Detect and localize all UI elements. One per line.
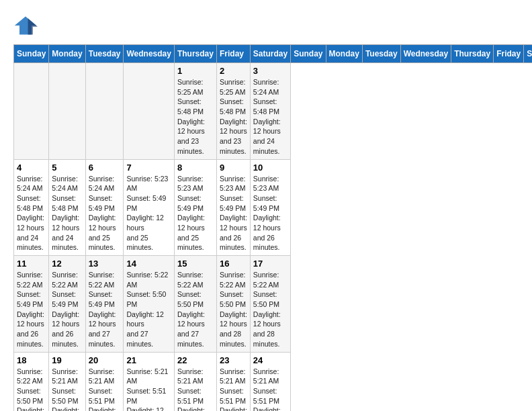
calendar-cell: 5Sunrise: 5:24 AM Sunset: 5:48 PM Daylig…: [49, 159, 85, 256]
calendar-cell: 15Sunrise: 5:22 AM Sunset: 5:50 PM Dayli…: [174, 256, 216, 353]
calendar-cell: 14Sunrise: 5:22 AM Sunset: 5:50 PM Dayli…: [124, 256, 174, 353]
day-number: 13: [89, 259, 121, 269]
day-info: Sunrise: 5:25 AM Sunset: 5:48 PM Dayligh…: [220, 77, 247, 156]
day-info: Sunrise: 5:22 AM Sunset: 5:50 PM Dayligh…: [177, 270, 214, 349]
calendar-cell: 22Sunrise: 5:21 AM Sunset: 5:51 PM Dayli…: [174, 352, 216, 411]
day-info: Sunrise: 5:24 AM Sunset: 5:48 PM Dayligh…: [17, 174, 46, 253]
header-thursday: Thursday: [451, 45, 494, 63]
header-monday: Monday: [49, 45, 85, 63]
day-number: 17: [253, 259, 287, 269]
day-info: Sunrise: 5:22 AM Sunset: 5:50 PM Dayligh…: [126, 270, 171, 349]
day-number: 22: [177, 355, 214, 365]
header-monday: Monday: [326, 45, 362, 63]
header-sunday: Sunday: [14, 45, 49, 63]
calendar-cell: 6Sunrise: 5:24 AM Sunset: 5:49 PM Daylig…: [85, 159, 124, 256]
calendar-cell: [85, 63, 124, 160]
calendar-cell: 18Sunrise: 5:22 AM Sunset: 5:50 PM Dayli…: [14, 352, 49, 411]
day-number: 3: [253, 66, 287, 76]
calendar-cell: 7Sunrise: 5:23 AM Sunset: 5:49 PM Daylig…: [124, 159, 174, 256]
header-friday: Friday: [494, 45, 524, 63]
day-info: Sunrise: 5:22 AM Sunset: 5:50 PM Dayligh…: [253, 270, 287, 349]
day-info: Sunrise: 5:21 AM Sunset: 5:51 PM Dayligh…: [89, 367, 121, 412]
calendar-cell: 13Sunrise: 5:22 AM Sunset: 5:49 PM Dayli…: [85, 256, 124, 353]
calendar-table: SundayMondayTuesdayWednesdayThursdayFrid…: [13, 44, 532, 411]
header-wednesday: Wednesday: [400, 45, 451, 63]
day-number: 2: [220, 66, 247, 76]
day-info: Sunrise: 5:23 AM Sunset: 5:49 PM Dayligh…: [126, 174, 171, 253]
day-info: Sunrise: 5:24 AM Sunset: 5:49 PM Dayligh…: [89, 174, 121, 253]
day-info: Sunrise: 5:24 AM Sunset: 5:48 PM Dayligh…: [253, 77, 287, 156]
calendar-cell: 11Sunrise: 5:22 AM Sunset: 5:49 PM Dayli…: [14, 256, 49, 353]
day-number: 5: [52, 163, 82, 173]
day-info: Sunrise: 5:21 AM Sunset: 5:51 PM Dayligh…: [126, 367, 171, 412]
day-number: 14: [126, 259, 171, 269]
day-number: 1: [177, 66, 214, 76]
day-info: Sunrise: 5:22 AM Sunset: 5:49 PM Dayligh…: [52, 270, 82, 349]
day-number: 11: [17, 259, 46, 269]
day-number: 9: [220, 163, 247, 173]
header-friday: Friday: [216, 45, 250, 63]
calendar-week-4: 18Sunrise: 5:22 AM Sunset: 5:50 PM Dayli…: [14, 352, 533, 411]
calendar-cell: 1Sunrise: 5:25 AM Sunset: 5:48 PM Daylig…: [174, 63, 216, 160]
day-number: 16: [220, 259, 247, 269]
day-info: Sunrise: 5:21 AM Sunset: 5:51 PM Dayligh…: [253, 367, 287, 412]
day-number: 6: [89, 163, 121, 173]
day-number: 19: [52, 355, 82, 365]
header-thursday: Thursday: [174, 45, 216, 63]
day-number: 21: [126, 355, 171, 365]
day-number: 12: [52, 259, 82, 269]
day-info: Sunrise: 5:25 AM Sunset: 5:48 PM Dayligh…: [177, 77, 214, 156]
calendar-cell: 4Sunrise: 5:24 AM Sunset: 5:48 PM Daylig…: [14, 159, 49, 256]
calendar-cell: 23Sunrise: 5:21 AM Sunset: 5:51 PM Dayli…: [216, 352, 250, 411]
calendar-header-row: SundayMondayTuesdayWednesdayThursdayFrid…: [14, 45, 533, 63]
logo-icon: [13, 13, 38, 38]
day-info: Sunrise: 5:22 AM Sunset: 5:49 PM Dayligh…: [17, 270, 46, 349]
calendar-cell: [124, 63, 174, 160]
logo: [13, 13, 42, 38]
day-info: Sunrise: 5:22 AM Sunset: 5:50 PM Dayligh…: [17, 367, 46, 412]
day-info: Sunrise: 5:24 AM Sunset: 5:48 PM Dayligh…: [52, 174, 82, 253]
day-info: Sunrise: 5:21 AM Sunset: 5:51 PM Dayligh…: [220, 367, 247, 412]
header-tuesday: Tuesday: [85, 45, 124, 63]
day-info: Sunrise: 5:23 AM Sunset: 5:49 PM Dayligh…: [220, 174, 247, 253]
calendar-cell: 10Sunrise: 5:23 AM Sunset: 5:49 PM Dayli…: [250, 159, 290, 256]
day-number: 4: [17, 163, 46, 173]
calendar-week-2: 4Sunrise: 5:24 AM Sunset: 5:48 PM Daylig…: [14, 159, 533, 256]
calendar-week-1: 1Sunrise: 5:25 AM Sunset: 5:48 PM Daylig…: [14, 63, 533, 160]
header-sunday: Sunday: [291, 45, 326, 63]
day-number: 15: [177, 259, 214, 269]
header-saturday: Saturday: [250, 45, 290, 63]
calendar-cell: [49, 63, 85, 160]
calendar-cell: 24Sunrise: 5:21 AM Sunset: 5:51 PM Dayli…: [250, 352, 290, 411]
day-info: Sunrise: 5:22 AM Sunset: 5:50 PM Dayligh…: [220, 270, 247, 349]
calendar-cell: 16Sunrise: 5:22 AM Sunset: 5:50 PM Dayli…: [216, 256, 250, 353]
day-info: Sunrise: 5:23 AM Sunset: 5:49 PM Dayligh…: [253, 174, 287, 253]
day-number: 8: [177, 163, 214, 173]
calendar-cell: 12Sunrise: 5:22 AM Sunset: 5:49 PM Dayli…: [49, 256, 85, 353]
calendar-cell: 2Sunrise: 5:25 AM Sunset: 5:48 PM Daylig…: [216, 63, 250, 160]
day-number: 18: [17, 355, 46, 365]
day-info: Sunrise: 5:21 AM Sunset: 5:50 PM Dayligh…: [52, 367, 82, 412]
calendar-cell: 17Sunrise: 5:22 AM Sunset: 5:50 PM Dayli…: [250, 256, 290, 353]
day-number: 10: [253, 163, 287, 173]
calendar-cell: [14, 63, 49, 160]
calendar-cell: 8Sunrise: 5:23 AM Sunset: 5:49 PM Daylig…: [174, 159, 216, 256]
header-wednesday: Wednesday: [124, 45, 174, 63]
header-saturday: Saturday: [524, 45, 532, 63]
header-tuesday: Tuesday: [362, 45, 400, 63]
calendar-cell: 20Sunrise: 5:21 AM Sunset: 5:51 PM Dayli…: [85, 352, 124, 411]
calendar-cell: 9Sunrise: 5:23 AM Sunset: 5:49 PM Daylig…: [216, 159, 250, 256]
page-header: [13, 13, 519, 38]
calendar-week-3: 11Sunrise: 5:22 AM Sunset: 5:49 PM Dayli…: [14, 256, 533, 353]
day-number: 20: [89, 355, 121, 365]
day-info: Sunrise: 5:21 AM Sunset: 5:51 PM Dayligh…: [177, 367, 214, 412]
day-number: 24: [253, 355, 287, 365]
day-info: Sunrise: 5:23 AM Sunset: 5:49 PM Dayligh…: [177, 174, 214, 253]
calendar-cell: 3Sunrise: 5:24 AM Sunset: 5:48 PM Daylig…: [250, 63, 290, 160]
calendar-cell: 19Sunrise: 5:21 AM Sunset: 5:50 PM Dayli…: [49, 352, 85, 411]
day-number: 7: [126, 163, 171, 173]
calendar-cell: 21Sunrise: 5:21 AM Sunset: 5:51 PM Dayli…: [124, 352, 174, 411]
day-info: Sunrise: 5:22 AM Sunset: 5:49 PM Dayligh…: [89, 270, 121, 349]
day-number: 23: [220, 355, 247, 365]
